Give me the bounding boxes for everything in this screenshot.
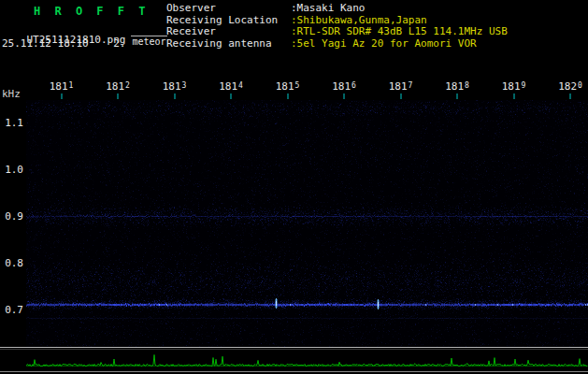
- time-tick-label-1819: 1819: [502, 80, 526, 93]
- time-tick-mark: [513, 94, 514, 99]
- freq-tick-label-0.7: 0.7: [0, 304, 23, 316]
- info-label: Receiving antenna: [166, 38, 291, 50]
- info-value: :Masaki Kano: [291, 3, 365, 15]
- timestamp: 25.11.12 18:10 2.: [2, 37, 125, 50]
- time-tick-label-1814: 1814: [219, 80, 243, 93]
- time-tick-mark: [287, 94, 288, 99]
- time-tick-mark: [570, 94, 571, 99]
- time-tick-label-1812: 1812: [106, 80, 130, 93]
- time-tick-label-1816: 1816: [332, 80, 356, 93]
- freq-tick-label-1.0: 1.0: [0, 164, 23, 176]
- info-row-receiving-antenna: Receiving antenna:5el Yagi Az 20 for Aom…: [166, 38, 508, 50]
- time-tick-mark: [118, 94, 119, 99]
- info-label: Observer: [166, 3, 291, 15]
- divider-line-shadow: [0, 349, 588, 350]
- time-tick-mark: [400, 94, 401, 99]
- time-tick-mark: [174, 94, 175, 99]
- freq-tick-label-0.9: 0.9: [0, 210, 23, 223]
- time-tick-label-1820: 1820: [558, 80, 582, 93]
- time-tick-label-1813: 1813: [163, 80, 187, 93]
- time-tick-label-1815: 1815: [276, 80, 300, 93]
- observation-info: Observer:Masaki KanoReceiving Location:S…: [166, 3, 508, 50]
- time-tick-mark: [344, 94, 345, 99]
- info-value: :RTL-SDR SDR# 43dB L15 114.1MHz USB: [291, 26, 508, 38]
- info-label: Receiver: [166, 26, 291, 38]
- spectrogram-canvas: [26, 100, 588, 347]
- info-value: :5el Yagi Az 20 for Aomori VOR: [291, 38, 477, 50]
- hrofft-window: H R O F F T UT2511121810.pngmeteor 25.11…: [0, 0, 588, 374]
- observation-tag: meteor: [131, 36, 166, 47]
- time-tick-mark: [61, 94, 62, 99]
- time-tick-mark: [231, 94, 232, 99]
- info-row-receiver: Receiver:RTL-SDR SDR# 43dB L15 114.1MHz …: [166, 26, 508, 38]
- time-tick-label-1817: 1817: [389, 80, 413, 93]
- divider-line-top: [0, 347, 588, 348]
- noise-level-strip-canvas: [26, 351, 588, 370]
- app-title: H R O F F T: [34, 5, 149, 18]
- time-axis: 1811181218131814181518161817181818191820: [0, 80, 588, 101]
- time-tick-mark: [457, 94, 458, 99]
- time-tick-label-1818: 1818: [445, 80, 469, 93]
- divider-line-bottom: [0, 371, 588, 372]
- time-tick-label-1811: 1811: [50, 80, 74, 93]
- freq-tick-label-0.8: 0.8: [0, 257, 23, 269]
- info-row-observer: Observer:Masaki Kano: [166, 3, 508, 15]
- freq-tick-label-1.1: 1.1: [0, 117, 23, 129]
